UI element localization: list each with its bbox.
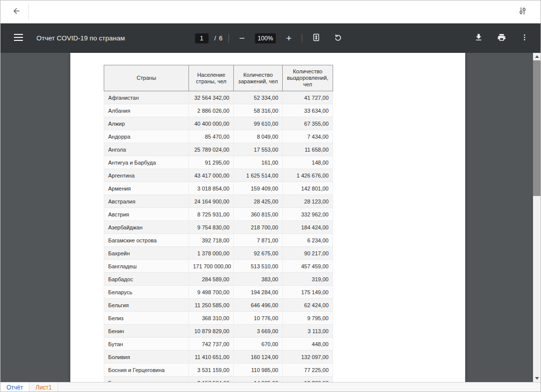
back-button[interactable] bbox=[8, 4, 24, 20]
country-cell: Бангладеш bbox=[104, 260, 189, 273]
country-cell: Австралия bbox=[104, 195, 189, 208]
recoveries-cell: 457 459,00 bbox=[283, 260, 333, 273]
infections-cell: 110 985,00 bbox=[234, 364, 283, 377]
sheet-tab-list1[interactable]: Лист1 bbox=[29, 383, 58, 392]
scroll-up-button[interactable] bbox=[533, 53, 541, 60]
population-cell: 3 531 159,00 bbox=[189, 364, 234, 377]
triangle-down-icon bbox=[535, 377, 539, 380]
zoom-level-input[interactable]: 100% bbox=[255, 33, 276, 43]
recoveries-cell: 332 962,00 bbox=[283, 208, 333, 221]
zoom-in-button[interactable]: + bbox=[282, 31, 296, 45]
infections-cell: 58 316,00 bbox=[234, 104, 283, 117]
country-cell: Бельгия bbox=[104, 299, 189, 312]
zoom-out-button[interactable]: − bbox=[235, 31, 249, 45]
fit-to-page-button[interactable] bbox=[308, 30, 324, 46]
recoveries-cell: 9 795,00 bbox=[283, 312, 333, 325]
population-cell: 40 400 000,00 bbox=[189, 117, 234, 130]
infections-cell: 383,00 bbox=[234, 273, 283, 286]
population-cell: 284 589,00 bbox=[189, 273, 234, 286]
table-row: Барбадос 284 589,00 383,00 319,00 bbox=[104, 273, 333, 286]
infections-cell: 160 124,00 bbox=[234, 351, 283, 364]
document-title: Отчет COVID-19 по странам bbox=[36, 34, 125, 42]
population-cell: 10 879 829,00 bbox=[189, 325, 234, 338]
table-row: Албания 2 886 026,00 58 316,00 33 634,00 bbox=[104, 104, 333, 117]
scrollbar-thumb[interactable] bbox=[533, 60, 541, 196]
recoveries-cell: 184 424,00 bbox=[283, 221, 333, 234]
population-cell: 85 470,00 bbox=[189, 130, 234, 143]
country-cell: Бутан bbox=[104, 338, 189, 351]
population-cell: 9 498 700,00 bbox=[189, 286, 234, 299]
menu-button[interactable] bbox=[10, 30, 26, 46]
country-cell: Белиз bbox=[104, 312, 189, 325]
infections-cell: 159 409,00 bbox=[234, 182, 283, 195]
country-cell: Азербайджан bbox=[104, 221, 189, 234]
recoveries-cell: 28 123,00 bbox=[283, 195, 333, 208]
population-cell: 8 725 931,00 bbox=[189, 208, 234, 221]
covid-report-table: Страны Население страны, чел Количество … bbox=[104, 65, 333, 382]
country-cell: Босния и Герцеговина bbox=[104, 364, 189, 377]
table-row: Антигуа и Барбуда 91 295,00 161,00 148,0… bbox=[104, 156, 333, 169]
recoveries-cell: 41 727,00 bbox=[283, 91, 333, 104]
population-cell: 742 737,00 bbox=[189, 338, 234, 351]
country-cell: Боливия bbox=[104, 351, 189, 364]
recoveries-cell: 11 658,00 bbox=[283, 143, 333, 156]
population-cell: 1 378 000,00 bbox=[189, 247, 234, 260]
infections-cell: 360 815,00 bbox=[234, 208, 283, 221]
infections-cell: 3 669,00 bbox=[234, 325, 283, 338]
header-countries: Страны bbox=[104, 65, 189, 91]
infections-cell: 670,00 bbox=[234, 338, 283, 351]
recoveries-cell: 62 424,00 bbox=[283, 299, 333, 312]
table-row: Багамские острова 392 718,00 7 871,00 6 … bbox=[104, 234, 333, 247]
table-row: Алжир 40 400 000,00 99 610,00 67 355,00 bbox=[104, 117, 333, 130]
app-window: Отчет COVID-19 по странам 1 / 6 − 100% + bbox=[0, 0, 541, 392]
infections-cell: 194 284,00 bbox=[234, 286, 283, 299]
pdf-page: Страны Население страны, чел Количество … bbox=[70, 53, 465, 382]
page-number-input[interactable]: 1 bbox=[195, 33, 208, 43]
arrow-left-icon bbox=[12, 6, 21, 17]
population-cell: 25 789 024,00 bbox=[189, 143, 234, 156]
population-cell: 43 417 000,00 bbox=[189, 169, 234, 182]
vertical-scrollbar[interactable] bbox=[533, 53, 541, 382]
country-cell: Австрия bbox=[104, 208, 189, 221]
download-button[interactable] bbox=[471, 30, 487, 46]
infections-cell: 28 425,00 bbox=[234, 195, 283, 208]
country-cell: Барбадос bbox=[104, 273, 189, 286]
country-cell: Андорра bbox=[104, 130, 189, 143]
population-cell: 171 700 000,00 bbox=[189, 260, 234, 273]
pdf-toolbar: Отчет COVID-19 по странам 1 / 6 − 100% + bbox=[0, 23, 541, 53]
recoveries-cell: 3 113,00 bbox=[283, 325, 333, 338]
sheet-tab-report[interactable]: Отчёт bbox=[0, 383, 29, 392]
table-header: Страны Население страны, чел Количество … bbox=[104, 65, 333, 91]
rotate-button[interactable] bbox=[330, 30, 346, 46]
population-cell: 2 157 584,00 bbox=[189, 377, 234, 383]
more-options-button[interactable] bbox=[517, 30, 533, 46]
infections-cell: 218 700,00 bbox=[234, 221, 283, 234]
country-cell: Беларусь bbox=[104, 286, 189, 299]
top-bar bbox=[0, 0, 541, 23]
recoveries-cell: 319,00 bbox=[283, 273, 333, 286]
vertical-ellipsis-icon bbox=[521, 33, 529, 43]
header-population: Население страны, чел bbox=[189, 65, 234, 91]
country-cell: Антигуа и Барбуда bbox=[104, 156, 189, 169]
recoveries-cell: 448,00 bbox=[283, 338, 333, 351]
hamburger-icon bbox=[14, 34, 23, 42]
print-button[interactable] bbox=[494, 30, 510, 46]
table-row: Ангола 25 789 024,00 17 553,00 11 658,00 bbox=[104, 143, 333, 156]
infections-cell: 161,00 bbox=[234, 156, 283, 169]
infections-cell: 99 610,00 bbox=[234, 117, 283, 130]
population-cell: 2 886 026,00 bbox=[189, 104, 234, 117]
country-cell: Армения bbox=[104, 182, 189, 195]
recoveries-cell: 142 801,00 bbox=[283, 182, 333, 195]
infections-cell: 17 553,00 bbox=[234, 143, 283, 156]
printer-icon bbox=[497, 33, 506, 43]
scroll-down-button[interactable] bbox=[533, 375, 541, 382]
table-row: Афганистан 32 564 342,00 52 334,00 41 72… bbox=[104, 91, 333, 104]
table-row: Австралия 24 164 900,00 28 425,00 28 123… bbox=[104, 195, 333, 208]
rotate-ccw-icon bbox=[334, 33, 342, 43]
filter-options-button[interactable] bbox=[515, 4, 531, 20]
infections-cell: 14 805,00 bbox=[234, 377, 283, 383]
recoveries-cell: 33 634,00 bbox=[283, 104, 333, 117]
population-cell: 9 754 830,00 bbox=[189, 221, 234, 234]
recoveries-cell: 132 097,00 bbox=[283, 351, 333, 364]
table-row: Бутан 742 737,00 670,00 448,00 bbox=[104, 338, 333, 351]
